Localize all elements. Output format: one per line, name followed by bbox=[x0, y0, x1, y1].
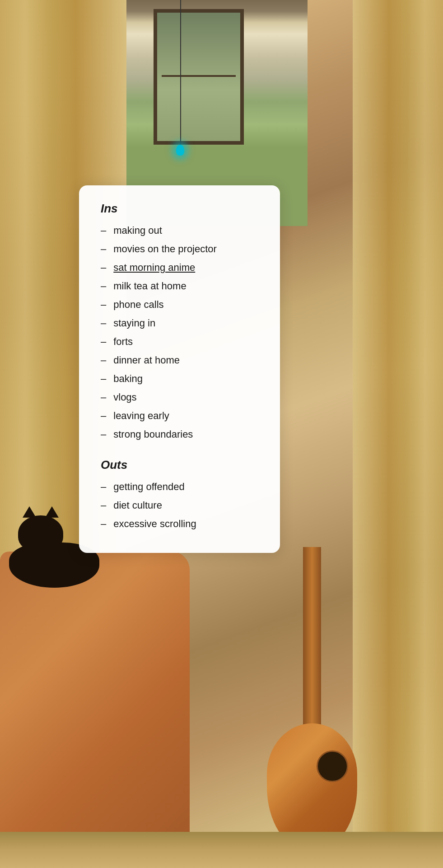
cat-ear-right bbox=[45, 506, 59, 518]
item-phone-calls: phone calls bbox=[113, 297, 163, 312]
item-baking: baking bbox=[113, 371, 143, 386]
list-item: – vlogs bbox=[101, 390, 258, 405]
list-item: – baking bbox=[101, 371, 258, 386]
list-item: – staying in bbox=[101, 316, 258, 330]
cat-ear-left bbox=[23, 506, 36, 518]
dash: – bbox=[101, 260, 106, 275]
item-leaving-early: leaving early bbox=[113, 408, 169, 423]
dash: – bbox=[101, 353, 106, 368]
dash: – bbox=[101, 241, 106, 256]
item-movies-projector: movies on the projector bbox=[113, 241, 217, 256]
dash: – bbox=[101, 427, 106, 442]
dash: – bbox=[101, 297, 106, 312]
dash: – bbox=[101, 479, 106, 494]
dash: – bbox=[101, 408, 106, 423]
item-excessive-scrolling: excessive scrolling bbox=[113, 516, 196, 531]
list-item: – diet culture bbox=[101, 498, 258, 513]
item-getting-offended: getting offended bbox=[113, 479, 184, 494]
item-milk-tea: milk tea at home bbox=[113, 278, 186, 293]
list-item: – leaving early bbox=[101, 408, 258, 423]
item-dinner-at-home: dinner at home bbox=[113, 353, 180, 368]
list-item: – sat morning anime bbox=[101, 260, 258, 275]
dash: – bbox=[101, 498, 106, 513]
dash: – bbox=[101, 334, 106, 349]
dash: – bbox=[101, 371, 106, 386]
item-diet-culture: diet culture bbox=[113, 498, 162, 513]
dash: – bbox=[101, 390, 106, 405]
list-item: – strong boundaries bbox=[101, 427, 258, 442]
outs-title: Outs bbox=[101, 458, 258, 472]
list-item: – making out bbox=[101, 223, 258, 238]
bottom-scene bbox=[0, 506, 443, 868]
floor bbox=[0, 832, 443, 868]
item-sat-morning-anime: sat morning anime bbox=[113, 260, 195, 275]
guitar-soundhole bbox=[317, 750, 348, 782]
guitar bbox=[244, 529, 398, 868]
dash: – bbox=[101, 316, 106, 330]
list-item: – milk tea at home bbox=[101, 278, 258, 293]
guitar-body bbox=[267, 723, 357, 850]
dash: – bbox=[101, 223, 106, 238]
window-frame bbox=[154, 9, 244, 145]
ins-title: Ins bbox=[101, 202, 258, 216]
sofa bbox=[0, 552, 190, 868]
item-forts: forts bbox=[113, 334, 133, 349]
content-card: Ins – making out – movies on the project… bbox=[79, 185, 280, 553]
light-wire bbox=[180, 0, 181, 145]
guitar-neck bbox=[303, 547, 321, 728]
item-staying-in: staying in bbox=[113, 316, 155, 330]
list-item: – phone calls bbox=[101, 297, 258, 312]
light-bulb bbox=[176, 145, 184, 156]
item-strong-boundaries: strong boundaries bbox=[113, 427, 193, 442]
dash: – bbox=[101, 278, 106, 293]
list-item: – movies on the projector bbox=[101, 241, 258, 256]
list-item: – forts bbox=[101, 334, 258, 349]
list-item: – dinner at home bbox=[101, 353, 258, 368]
dash: – bbox=[101, 516, 106, 531]
list-item: – excessive scrolling bbox=[101, 516, 258, 531]
item-vlogs: vlogs bbox=[113, 390, 136, 405]
list-item: – getting offended bbox=[101, 479, 258, 494]
section-gap bbox=[101, 445, 258, 458]
item-making-out: making out bbox=[113, 223, 162, 238]
